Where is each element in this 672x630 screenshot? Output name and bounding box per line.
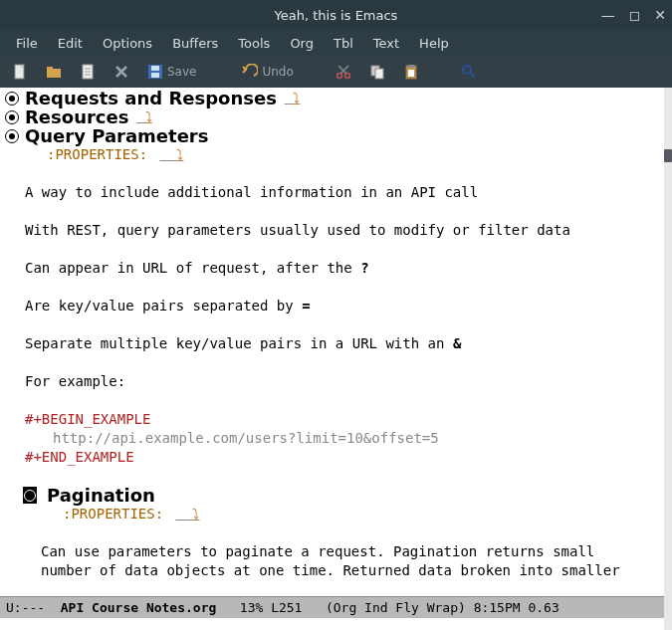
cut-button[interactable] bbox=[332, 62, 355, 82]
fold-indicator-icon[interactable]: ⤵ bbox=[156, 146, 184, 162]
close-icon[interactable]: ✕ bbox=[654, 7, 666, 23]
svg-rect-15 bbox=[408, 65, 414, 68]
clipboard-icon bbox=[403, 64, 419, 80]
menu-tbl[interactable]: Tbl bbox=[326, 34, 361, 53]
paragraph: Can appear in URL of request, after the … bbox=[5, 259, 664, 278]
begin-example: #+BEGIN_EXAMPLE bbox=[5, 410, 664, 429]
bullet-icon bbox=[5, 110, 19, 124]
example-content: http://api.example.com/users?limit=10&of… bbox=[5, 429, 664, 448]
bullet-cursor-icon bbox=[23, 487, 37, 504]
save-label: Save bbox=[167, 65, 196, 79]
properties-drawer[interactable]: :PROPERTIES: ⤵ bbox=[5, 505, 664, 524]
heading-pagination[interactable]: Pagination bbox=[5, 486, 664, 505]
bullet-icon bbox=[5, 129, 19, 143]
heading-text: Resources bbox=[25, 107, 128, 126]
paragraph: Are key/value pairs separated by = bbox=[5, 297, 664, 315]
x-icon bbox=[113, 64, 129, 80]
paragraph: For example: bbox=[5, 372, 664, 391]
document-icon bbox=[80, 64, 96, 80]
paste-button[interactable] bbox=[399, 62, 423, 82]
menu-text[interactable]: Text bbox=[365, 34, 407, 53]
undo-button[interactable]: Undo bbox=[238, 62, 297, 82]
window-controls: — ◻ ✕ bbox=[601, 0, 666, 30]
bullet-icon bbox=[5, 92, 19, 105]
menu-options[interactable]: Options bbox=[95, 34, 160, 53]
echo-area bbox=[0, 618, 664, 630]
svg-rect-9 bbox=[151, 73, 159, 78]
heading-text: Query Parameters bbox=[25, 126, 208, 145]
window-titlebar: Yeah, this is Emacs — ◻ ✕ bbox=[0, 0, 672, 30]
svg-rect-1 bbox=[47, 69, 61, 78]
fold-indicator-icon[interactable]: ⤵ bbox=[132, 107, 151, 126]
svg-point-17 bbox=[463, 66, 471, 74]
fold-indicator-icon[interactable]: ⤵ bbox=[281, 89, 300, 107]
menu-bar: File Edit Options Buffers Tools Org Tbl … bbox=[0, 30, 672, 56]
paragraph: A way to include additional information … bbox=[5, 183, 664, 202]
heading-text: Requests and Responses bbox=[25, 89, 277, 107]
open-file-icon bbox=[46, 64, 62, 80]
menu-buffers[interactable]: Buffers bbox=[164, 34, 226, 53]
maximize-icon[interactable]: ◻ bbox=[629, 7, 641, 23]
undo-icon bbox=[242, 64, 258, 80]
new-file-button[interactable] bbox=[8, 62, 32, 82]
menu-file[interactable]: File bbox=[8, 34, 46, 53]
open-file-button[interactable] bbox=[42, 62, 66, 82]
end-example: #+END_EXAMPLE bbox=[5, 448, 664, 467]
properties-label: :PROPERTIES: bbox=[63, 506, 163, 522]
kill-buffer-button[interactable] bbox=[110, 62, 133, 82]
menu-help[interactable]: Help bbox=[411, 34, 457, 53]
heading-requests-responses[interactable]: Requests and Responses ⤵ bbox=[5, 89, 664, 107]
modeline-position: 13% L251 bbox=[216, 600, 326, 615]
scissors-icon bbox=[336, 64, 351, 80]
menu-tools[interactable]: Tools bbox=[230, 34, 278, 53]
editor-area: Requests and Responses ⤵ Resources ⤵ Que… bbox=[0, 88, 672, 630]
modeline-time-load: 8:15PM 0.63 bbox=[474, 600, 560, 615]
modeline-modes: (Org Ind Fly Wrap) bbox=[326, 600, 474, 615]
fold-indicator-icon[interactable]: ⤵ bbox=[172, 506, 200, 522]
svg-rect-8 bbox=[151, 66, 159, 71]
svg-rect-16 bbox=[408, 70, 414, 77]
scrollbar[interactable] bbox=[664, 88, 672, 630]
buffer-text[interactable]: Requests and Responses ⤵ Resources ⤵ Que… bbox=[0, 88, 664, 630]
properties-drawer[interactable]: :PROPERTIES: ⤵ bbox=[5, 145, 664, 164]
search-button[interactable] bbox=[457, 62, 481, 82]
properties-label: :PROPERTIES: bbox=[47, 146, 147, 162]
minimize-icon[interactable]: — bbox=[601, 7, 615, 23]
new-file-icon bbox=[12, 64, 28, 80]
paragraph: number of data objects at one time. Retu… bbox=[5, 561, 664, 580]
dired-button[interactable] bbox=[76, 62, 100, 82]
window-title: Yeah, this is Emacs bbox=[275, 8, 398, 23]
save-icon bbox=[147, 64, 163, 80]
paragraph: Separate multiple key/value pairs in a U… bbox=[5, 334, 664, 353]
heading-resources[interactable]: Resources ⤵ bbox=[5, 107, 664, 126]
menu-edit[interactable]: Edit bbox=[50, 34, 91, 53]
paragraph: With REST, query parameters usually used… bbox=[5, 221, 664, 240]
svg-rect-13 bbox=[375, 69, 383, 79]
search-icon bbox=[461, 64, 477, 80]
copy-button[interactable] bbox=[365, 62, 389, 82]
paragraph: Can use parameters to paginate a request… bbox=[5, 542, 664, 561]
modeline-status: U:--- bbox=[6, 600, 53, 615]
mode-line[interactable]: U:--- API Course Notes.org 13% L251 (Org… bbox=[0, 596, 664, 618]
svg-rect-2 bbox=[47, 67, 53, 70]
heading-query-parameters[interactable]: Query Parameters bbox=[5, 126, 664, 145]
heading-text: Pagination bbox=[47, 486, 155, 505]
undo-label: Undo bbox=[262, 65, 293, 79]
save-button[interactable]: Save bbox=[143, 62, 200, 82]
tool-bar: Save Undo bbox=[0, 56, 672, 88]
copy-icon bbox=[369, 64, 385, 80]
menu-org[interactable]: Org bbox=[282, 34, 322, 53]
modeline-buffer-name: API Course Notes.org bbox=[53, 600, 216, 615]
scrollbar-thumb[interactable] bbox=[664, 149, 672, 162]
svg-line-18 bbox=[470, 73, 475, 78]
